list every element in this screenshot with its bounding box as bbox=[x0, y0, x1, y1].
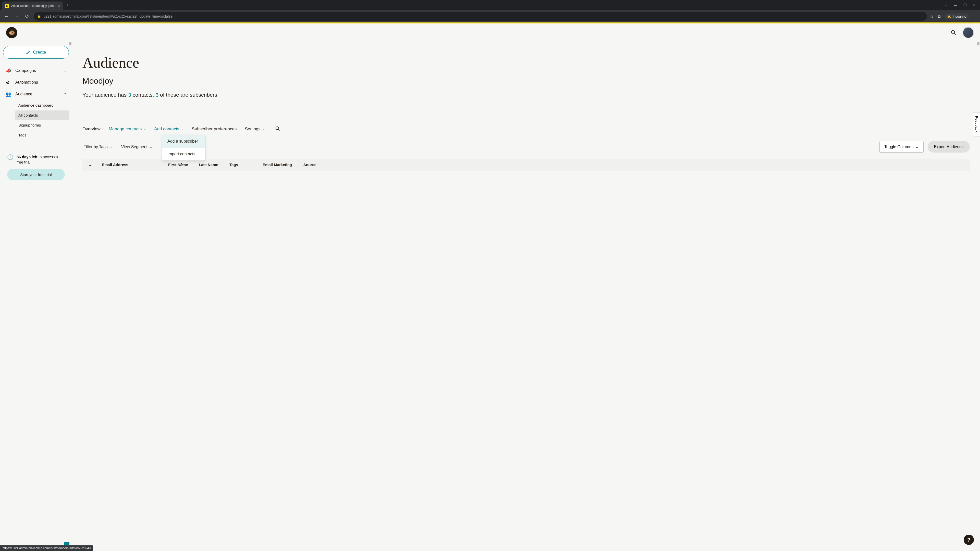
people-icon: 👥 bbox=[6, 91, 12, 97]
browser-toolbar: ← → ⟳ 🔒 us21.admin.mailchimp.com/lists/m… bbox=[0, 10, 980, 22]
automation-icon: ⚙ bbox=[6, 79, 12, 85]
chevron-down-icon: ⌄ bbox=[915, 144, 919, 149]
browser-menu-icon[interactable]: ⋮ bbox=[973, 14, 977, 19]
svg-line-1 bbox=[954, 33, 956, 35]
incognito-icon: 🕵 bbox=[947, 14, 951, 18]
minimize-button[interactable]: — bbox=[954, 3, 957, 7]
audience-name: Moodjoy bbox=[83, 76, 970, 86]
column-source[interactable]: Source bbox=[299, 162, 330, 167]
chevron-down-icon: ⌄ bbox=[262, 127, 265, 131]
main-content: ▴ Audience Moodjoy Your audience has 3 c… bbox=[72, 42, 980, 551]
contacts-table-header: ⌄ Email Address First Name Last Name Tag… bbox=[83, 159, 970, 171]
url-text: us21.admin.mailchimp.com/lists/members/#… bbox=[44, 14, 172, 18]
search-icon bbox=[951, 30, 956, 35]
trial-text: 86 days left to access a free trial. bbox=[17, 154, 65, 165]
trial-promo: 🕘 86 days left to access a free trial. S… bbox=[3, 150, 69, 184]
audience-tabs: Overview Manage contacts⌄ Add contacts⌄ … bbox=[83, 124, 970, 135]
chevron-down-icon: ⌄ bbox=[181, 127, 184, 131]
incognito-label: Incognito bbox=[953, 14, 966, 18]
tab-title: All subscribers of Moodjoy | Ma bbox=[11, 4, 56, 8]
window-controls: ⌄ — ❐ ✕ bbox=[945, 3, 980, 7]
column-checkbox[interactable]: ⌄ bbox=[83, 162, 98, 167]
sub-audience-dashboard[interactable]: Audience dashboard bbox=[15, 100, 69, 110]
start-trial-button[interactable]: Start your free trial bbox=[7, 169, 65, 180]
chevron-down-icon: ⌄ bbox=[110, 144, 113, 149]
subscribers-count: 3 bbox=[156, 92, 159, 98]
main-scroll-up[interactable]: ▴ bbox=[977, 42, 980, 45]
create-label: Create bbox=[33, 50, 46, 55]
tab-subscriber-preferences[interactable]: Subscriber preferences bbox=[192, 124, 237, 135]
export-audience-button[interactable]: Export Audience bbox=[928, 141, 970, 152]
extensions-icon[interactable]: ⧉ bbox=[938, 14, 940, 19]
nav-label: Campaigns bbox=[15, 68, 36, 73]
maximize-button[interactable]: ❐ bbox=[963, 3, 967, 7]
svg-point-2 bbox=[275, 127, 279, 130]
column-tags[interactable]: Tags bbox=[225, 162, 259, 167]
column-email[interactable]: Email Address bbox=[98, 162, 164, 167]
toggle-columns-button[interactable]: Toggle Columns⌄ bbox=[880, 141, 924, 152]
tab-favicon-icon: ✉ bbox=[5, 4, 9, 8]
nav-label: Audience bbox=[15, 92, 32, 97]
megaphone-icon: 📣 bbox=[6, 68, 12, 73]
status-bar: https://us21.admin.mailchimp.com/lists/m… bbox=[0, 545, 93, 551]
list-toolbar: Filter by Tags⌄ View Segment⌄ New Segmen… bbox=[83, 135, 970, 159]
close-window-button[interactable]: ✕ bbox=[973, 3, 976, 7]
tab-overflow-icon[interactable]: ⌄ bbox=[945, 3, 948, 7]
audience-summary: Your audience has 3 contacts. 3 of these… bbox=[83, 92, 970, 98]
browser-tab-strip: ✉ All subscribers of Moodjoy | Ma × + ⌄ … bbox=[0, 0, 980, 10]
tab-close-icon[interactable]: × bbox=[58, 3, 60, 8]
user-avatar[interactable] bbox=[963, 27, 974, 38]
chevron-up-icon: ⌄ bbox=[64, 92, 66, 96]
create-button[interactable]: Create bbox=[3, 46, 69, 59]
search-icon bbox=[275, 126, 280, 131]
dropdown-add-subscriber[interactable]: Add a subscriber bbox=[162, 135, 205, 148]
chevron-down-icon: ⌄ bbox=[64, 69, 66, 73]
page-title: Audience bbox=[83, 54, 970, 71]
column-last-name[interactable]: Last Name bbox=[195, 162, 225, 167]
audience-subitems: Audience dashboard All contacts Signup f… bbox=[3, 100, 69, 140]
sub-all-contacts[interactable]: All contacts bbox=[15, 110, 69, 120]
forward-button[interactable]: → bbox=[13, 14, 21, 19]
back-button[interactable]: ← bbox=[3, 14, 10, 19]
incognito-badge[interactable]: 🕵 Incognito bbox=[945, 14, 969, 19]
nav-audience[interactable]: 👥 Audience ⌄ bbox=[3, 88, 69, 100]
chevron-down-icon: ⌄ bbox=[144, 127, 146, 131]
search-contacts-button[interactable] bbox=[275, 126, 280, 132]
sidebar-scroll-up[interactable]: ▴ bbox=[69, 42, 72, 45]
browser-tab[interactable]: ✉ All subscribers of Moodjoy | Ma × bbox=[2, 2, 63, 10]
new-tab-button[interactable]: + bbox=[66, 3, 69, 8]
view-segment[interactable]: View Segment⌄ bbox=[120, 142, 154, 151]
column-first-name[interactable]: First Name bbox=[164, 162, 195, 167]
svg-point-0 bbox=[951, 30, 955, 34]
pencil-icon bbox=[26, 50, 30, 55]
feedback-tab[interactable]: Feedback bbox=[973, 112, 980, 137]
clock-icon: 🕘 bbox=[7, 154, 14, 160]
svg-line-3 bbox=[278, 129, 280, 130]
filter-by-tags[interactable]: Filter by Tags⌄ bbox=[83, 142, 114, 151]
column-email-marketing[interactable]: Email Marketing bbox=[259, 162, 299, 167]
sub-tags[interactable]: Tags bbox=[15, 130, 69, 140]
contacts-count: 3 bbox=[128, 92, 131, 98]
address-bar[interactable]: 🔒 us21.admin.mailchimp.com/lists/members… bbox=[34, 12, 927, 21]
add-contacts-dropdown: Add a subscriber Import contacts bbox=[162, 135, 205, 161]
bookmark-icon[interactable]: ☆ bbox=[930, 14, 934, 19]
sub-signup-forms[interactable]: Signup forms bbox=[15, 121, 69, 130]
sidebar: ▴ Create 📣 Campaigns ⌄ ⚙ Automations ⌄ 👥… bbox=[0, 42, 72, 551]
tab-settings[interactable]: Settings⌄ bbox=[245, 124, 265, 135]
chevron-down-icon: ⌄ bbox=[150, 144, 153, 149]
chevron-down-icon: ⌄ bbox=[64, 81, 66, 84]
mailchimp-logo-icon[interactable]: 🐵 bbox=[6, 27, 18, 38]
nav-automations[interactable]: ⚙ Automations ⌄ bbox=[3, 76, 69, 88]
lock-icon: 🔒 bbox=[37, 14, 41, 18]
nav-campaigns[interactable]: 📣 Campaigns ⌄ bbox=[3, 65, 69, 76]
dropdown-import-contacts[interactable]: Import contacts bbox=[162, 148, 205, 160]
global-search-button[interactable] bbox=[948, 27, 959, 38]
app-header: 🐵 bbox=[0, 24, 980, 42]
reload-button[interactable]: ⟳ bbox=[24, 14, 30, 19]
tab-add-contacts[interactable]: Add contacts⌄ bbox=[154, 124, 183, 135]
nav-label: Automations bbox=[15, 80, 38, 85]
tab-manage-contacts[interactable]: Manage contacts⌄ bbox=[109, 124, 146, 135]
help-button[interactable]: ? bbox=[964, 535, 974, 545]
tab-overview[interactable]: Overview bbox=[83, 124, 100, 135]
